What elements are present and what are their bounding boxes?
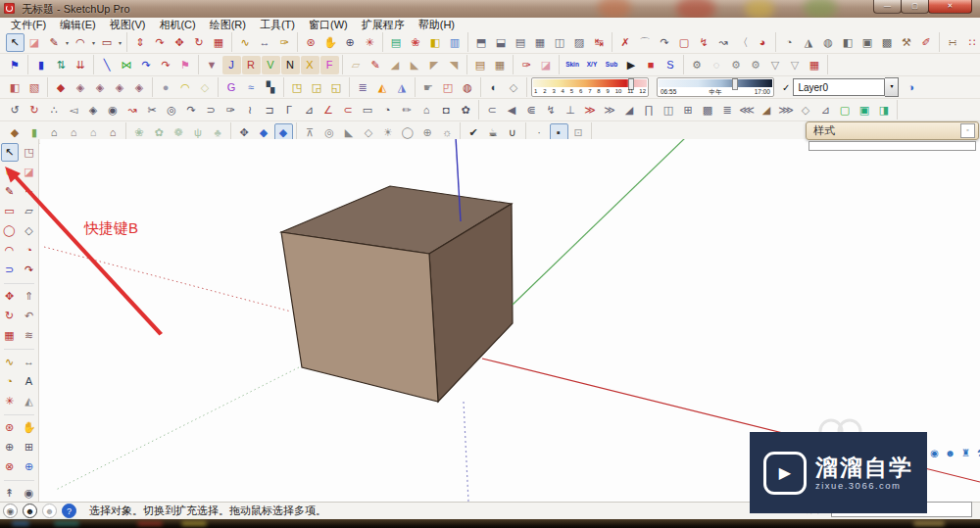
curve-button[interactable]: ↷ xyxy=(656,33,674,52)
explode-button[interactable]: ↯ xyxy=(695,33,713,52)
surface-tool-10[interactable]: ◫ xyxy=(660,101,678,120)
orbit-tool[interactable]: ⊛ xyxy=(302,33,320,52)
pyramid-button[interactable]: ◮ xyxy=(393,78,412,97)
arc-tool[interactable]: ◠ xyxy=(72,33,90,52)
materials-button[interactable]: ❀ xyxy=(407,33,425,52)
sub-button[interactable]: Sub xyxy=(603,56,621,74)
pink-flag-tool[interactable]: ⚑ xyxy=(176,56,195,74)
rock-c-tool[interactable]: ◤ xyxy=(425,56,444,74)
stamp-x-tool[interactable]: X xyxy=(301,56,319,74)
solid-intersect-button[interactable]: ◍ xyxy=(819,33,838,52)
rectangle-tool-dropdown[interactable]: ▾ xyxy=(117,39,123,46)
surface-tool-13[interactable]: ≣ xyxy=(718,101,737,120)
edge-tool-6[interactable]: ◉ xyxy=(104,101,122,120)
protractor-tool[interactable]: ◔ xyxy=(1,372,19,391)
section-plane-button[interactable]: ⬒ xyxy=(472,33,491,52)
edge-tool-8[interactable]: ✂ xyxy=(143,101,162,120)
signin-button[interactable]: ☻ xyxy=(42,504,57,518)
edge-tool-14[interactable]: ⊐ xyxy=(261,101,279,120)
curve-blue-tool[interactable]: ↷ xyxy=(137,56,156,74)
cube-style-a-button[interactable]: ◳ xyxy=(288,78,307,97)
section-display-button[interactable]: ▤ xyxy=(512,33,530,52)
line-tool-dropdown[interactable]: ▾ xyxy=(64,39,71,46)
angle-button[interactable]: 〈 xyxy=(734,33,753,52)
box-d-button[interactable]: ◈ xyxy=(130,78,149,97)
raise-tool[interactable]: ⇅ xyxy=(52,56,71,74)
edge-tool-19[interactable]: ▭ xyxy=(359,101,377,120)
play-button[interactable]: ▶ xyxy=(622,56,641,74)
edge-tool-13[interactable]: ≀ xyxy=(241,101,260,120)
lower-tool[interactable]: ⇊ xyxy=(72,56,90,74)
freehand-tool[interactable]: ∿ xyxy=(21,182,38,201)
rotate-tool[interactable]: ↻ xyxy=(1,307,19,325)
surface-tool-6[interactable]: ≫ xyxy=(581,101,600,120)
terrain-draw-tool[interactable]: ✎ xyxy=(367,56,385,74)
circle-tool[interactable]: ◯ xyxy=(1,221,19,240)
stamp-r-tool[interactable]: R xyxy=(242,56,261,74)
stamp-j-tool[interactable]: J xyxy=(222,56,241,74)
export-c-button[interactable]: ◨ xyxy=(875,101,894,120)
zoom-extents-tool[interactable]: ⊗ xyxy=(1,457,19,476)
select-tool[interactable]: ↖ xyxy=(6,33,24,52)
cube-style-c-button[interactable]: ◱ xyxy=(327,78,346,97)
menu-item-view[interactable]: 视图(V) xyxy=(103,18,153,32)
pan-tool[interactable]: ✋ xyxy=(321,33,340,52)
brush-tool[interactable]: ✑ xyxy=(517,56,536,74)
make-face-button[interactable]: ▢ xyxy=(675,33,694,52)
surface-tool-12[interactable]: ▩ xyxy=(699,101,717,120)
export-b-button[interactable]: ▣ xyxy=(856,101,874,120)
close-button[interactable]: ✕ xyxy=(928,0,972,14)
solid-union-button[interactable]: ◔ xyxy=(780,33,799,52)
layer-visibility-check[interactable]: ✓ xyxy=(782,82,790,93)
edge-tool-20[interactable]: ◔ xyxy=(378,101,397,120)
edge-tool-17[interactable]: ∠ xyxy=(319,101,338,120)
credit-button[interactable]: ☻ xyxy=(23,504,37,518)
menu-item-edit[interactable]: 编辑(E) xyxy=(53,18,103,32)
smart-delete-button[interactable]: ✗ xyxy=(616,33,635,52)
edge-tool-18[interactable]: ⊂ xyxy=(339,101,358,120)
tape-measure-tool[interactable]: ∿ xyxy=(236,33,255,52)
line-tool[interactable]: ✎ xyxy=(1,182,19,201)
label-button[interactable]: ✐ xyxy=(917,33,936,52)
rock-a-tool[interactable]: ◢ xyxy=(386,56,405,74)
s-curve-button[interactable]: S xyxy=(662,56,680,74)
line-tool[interactable]: ✎ xyxy=(45,33,64,52)
shadow-date-slider[interactable]: 123456789101112 xyxy=(531,77,649,97)
rock-d-tool[interactable]: ◥ xyxy=(445,56,464,74)
menu-item-file[interactable]: 文件(F) xyxy=(4,18,53,32)
solid-subtract-button[interactable]: ◮ xyxy=(800,33,818,52)
zoom-previous-tool[interactable]: ⊕ xyxy=(21,457,38,476)
render-f-button[interactable]: ▽ xyxy=(786,56,805,74)
curve-red-tool[interactable]: ↷ xyxy=(157,56,175,74)
notebook-tool[interactable]: ▤ xyxy=(471,56,490,74)
stamp-f-tool[interactable]: F xyxy=(320,56,339,74)
target-button[interactable]: ◍ xyxy=(459,78,477,97)
path-select-button[interactable]: ↝ xyxy=(714,33,733,52)
shadow-time-slider[interactable]: 06:55中午17:00 xyxy=(657,77,774,97)
dimension-tool[interactable]: ↔ xyxy=(256,33,274,52)
render-a-button[interactable]: ⚙ xyxy=(688,56,707,74)
make-component-tool[interactable]: ◳ xyxy=(21,143,38,162)
styles-panel-close-icon[interactable]: ▫ xyxy=(960,123,975,138)
bowtie-tool[interactable]: ⋈ xyxy=(118,56,136,74)
g-tool-button[interactable]: G xyxy=(222,78,241,97)
edge-tool-21[interactable]: ✏ xyxy=(398,101,416,120)
plugin-a-button[interactable]: ∺ xyxy=(944,33,962,52)
scale-tool[interactable]: ▦ xyxy=(210,33,228,52)
slope-tool[interactable]: ╲ xyxy=(98,56,117,74)
menu-item-window[interactable]: 窗口(W) xyxy=(302,18,355,32)
uv-b-button[interactable]: ▧ xyxy=(25,78,44,97)
rock-b-tool[interactable]: ◣ xyxy=(406,56,424,74)
layer-manager-button[interactable]: ◑ xyxy=(902,78,920,97)
frame-button[interactable]: ◰ xyxy=(439,78,458,97)
cube-front-face[interactable] xyxy=(281,232,438,402)
move-tool[interactable]: ✥ xyxy=(1,287,19,306)
edge-tool-4[interactable]: ◅ xyxy=(65,101,83,120)
zoom-tool[interactable]: ⊕ xyxy=(341,33,360,52)
push-pull-tool[interactable]: ⇑ xyxy=(21,287,38,306)
shop-icon[interactable]: ♜ xyxy=(959,447,972,459)
guide-button[interactable]: ▚ xyxy=(262,78,280,97)
surface-tool-8[interactable]: ◢ xyxy=(620,101,639,120)
arc-tool[interactable]: ◠ xyxy=(1,241,19,260)
solid-shell-button[interactable]: ▩ xyxy=(878,33,897,52)
